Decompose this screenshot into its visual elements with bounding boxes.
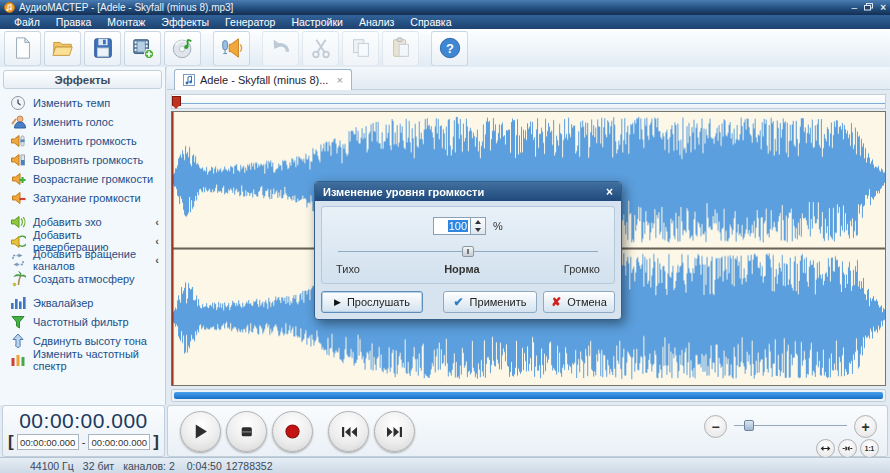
new-file-button[interactable] [4,31,41,66]
effect-item-pitch-shift[interactable]: Сдвинуть высоту тона [6,333,163,349]
effect-item-volume-rise[interactable]: Возрастание громкости [6,171,163,187]
menu-item-edit[interactable]: Правка [48,15,99,29]
preview-button[interactable]: ▶ Прослушать [321,291,423,313]
cut-icon [309,36,333,60]
effect-label: Изменить частотный спектр [33,348,159,372]
effect-item-add-echo[interactable]: Добавить эхо‹ [6,214,163,230]
open-file-button[interactable] [44,31,81,66]
actual-scale-button[interactable]: 1:1 [860,439,879,458]
effect-item-normalize-volume[interactable]: Выровнять громкость [6,152,163,168]
tab-current-file[interactable]: Adele - Skyfall (minus 8)... × [174,69,352,90]
spectrum-icon [10,352,26,368]
volume-rise-icon [10,171,26,187]
save-file-button[interactable] [84,31,121,66]
status-sample-rate: 44100 Гц [30,460,74,472]
volume-value: 100 [448,220,468,232]
bracket-open: [ [8,435,14,449]
stop-button[interactable] [226,411,267,452]
apply-button[interactable]: ✔ Применить [443,291,537,313]
dialog-body: 100 % Тихо Норма Громко ▶ [315,201,621,319]
zoom-slider[interactable] [734,425,847,426]
horizontal-scrollbar[interactable] [171,389,886,402]
effect-item-add-reverb[interactable]: Добавить реверберацию‹ [6,233,163,249]
record-button[interactable] [272,411,313,452]
transport-controls [180,411,415,452]
effect-item-volume-fade[interactable]: Затухание громкости [6,190,163,206]
selection-separator: - [82,436,86,448]
one-to-one-label: 1:1 [865,445,874,452]
effect-item-frequency-filter[interactable]: Частотный фильтр [6,314,163,330]
cancel-button-label: Отмена [567,296,606,308]
effect-item-change-tempo[interactable]: Изменить темп [6,95,163,111]
tab-close-icon[interactable]: × [336,74,342,86]
effect-item-equalizer[interactable]: Эквалайзер [6,295,163,311]
close-button[interactable]: × [880,3,886,13]
menu-item-montage[interactable]: Монтаж [99,15,153,29]
app-icon [4,2,15,13]
effect-label: Добавить вращение каналов [33,248,148,272]
effects-panel-header[interactable]: Эффекты [3,70,162,89]
window-title: АудиоМАСТЕР - [Adele - Skyfall (minus 8)… [19,2,233,13]
cancel-button[interactable]: ✘ Отмена [543,291,615,313]
effect-item-change-spectrum[interactable]: Изменить частотный спектр [6,352,163,368]
effect-item-add-channel-rotation[interactable]: Добавить вращение каналов‹ [6,252,163,268]
restore-button[interactable] [864,3,873,13]
scrollbar-thumb[interactable] [174,392,883,399]
volume-slider[interactable] [336,245,600,258]
timeline-ruler[interactable] [171,94,886,109]
fit-to-window-button[interactable] [816,439,835,458]
effect-item-change-volume[interactable]: Изменить громкость [6,133,163,149]
skip-to-end-button[interactable] [374,411,415,452]
menu-item-help[interactable]: Справка [402,15,459,29]
spin-up-button[interactable] [471,218,485,226]
skip-end-icon [386,423,404,441]
extract-from-video-button[interactable] [124,31,161,66]
zoom-selection-icon [842,443,853,454]
spin-down-button[interactable] [471,226,485,234]
zoom-to-selection-button[interactable] [838,439,857,458]
paste-icon [389,36,413,60]
cancel-x-icon: ✘ [551,295,561,309]
zoom-slider-thumb[interactable] [744,420,754,431]
help-button[interactable]: ? [431,31,468,66]
selection-end-input[interactable]: 00:00:00.000 [88,434,150,450]
record-mic-icon [220,36,244,60]
help-icon: ? [438,36,462,60]
dialog-close-icon[interactable]: × [606,185,613,199]
zoom-out-button[interactable]: − [704,415,727,438]
status-bit-depth: 32 бит [83,460,114,472]
minimize-button[interactable]: – [852,3,858,13]
slider-thumb[interactable] [462,246,474,257]
grab-from-cd-button[interactable] [164,31,201,66]
volume-input[interactable]: 100 [433,217,470,235]
current-time-display: 00:00:00.000 [3,409,164,433]
dialog-title-bar[interactable]: Изменение уровня громкости × [315,182,621,201]
fit-width-icon [820,443,831,454]
skip-to-start-button[interactable] [328,411,369,452]
selection-start-input[interactable]: 00:00:00.000 [17,434,79,450]
scale-mid-label: Норма [444,263,479,275]
music-note-icon [183,74,195,86]
effect-item-create-atmosphere[interactable]: Создать атмосферу [6,271,163,287]
play-button[interactable] [180,411,221,452]
dialog-title: Изменение уровня громкости [323,186,484,198]
undo-button [262,31,299,66]
play-icon [192,423,209,440]
playhead-marker[interactable] [172,96,181,106]
copy-icon [349,36,373,60]
zoom-in-button[interactable]: + [854,415,877,438]
transport-panel: − + 1:1 [167,405,888,457]
menu-item-generator[interactable]: Генератор [217,15,283,29]
main-toolbar: ? [0,29,890,68]
effect-item-change-voice[interactable]: Изменить голос [6,114,163,130]
menu-item-file[interactable]: Файл [6,15,48,29]
status-duration: 0:04:50 [187,460,222,472]
volume-spinbox[interactable]: 100 [433,217,486,235]
menu-bar: ФайлПравкаМонтажЭффектыГенераторНастройк… [0,15,890,29]
record-audio-button[interactable] [213,31,250,66]
menu-item-settings[interactable]: Настройки [283,15,351,29]
effect-label: Изменить голос [33,116,113,128]
menu-item-effects[interactable]: Эффекты [153,15,217,29]
menu-item-analysis[interactable]: Анализ [351,15,402,29]
arrow-up-icon [475,220,481,224]
